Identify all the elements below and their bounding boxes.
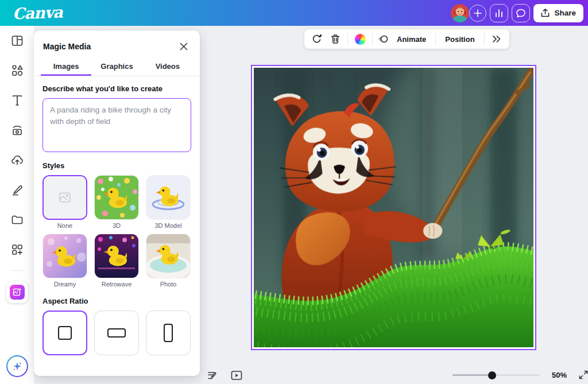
zoom-slider-thumb[interactable] (488, 371, 496, 379)
add-member-button[interactable] (469, 5, 486, 22)
present-icon[interactable] (229, 367, 245, 383)
style-option-none[interactable]: None (42, 175, 87, 229)
toolbar-divider (347, 33, 348, 45)
prompt-label: Describe what you'd like to create (42, 84, 191, 93)
panel-title: Magic Media (43, 42, 91, 51)
toolbar-divider (372, 33, 373, 45)
portrait-ratio-icon (164, 324, 173, 342)
selected-image[interactable] (251, 65, 536, 350)
share-button[interactable]: Share (533, 4, 583, 22)
style-option-3d[interactable]: 3D (94, 175, 139, 229)
more-options-icon[interactable] (489, 31, 505, 47)
square-ratio-icon (58, 326, 72, 340)
avatar[interactable] (451, 4, 469, 22)
position-button[interactable]: Position (440, 35, 479, 44)
uploads-icon[interactable] (6, 149, 29, 172)
aspect-square-button[interactable] (42, 311, 87, 355)
style-option-dreamy[interactable]: Dreamy (42, 234, 87, 288)
color-picker-icon[interactable] (352, 31, 368, 47)
elements-icon[interactable] (6, 59, 29, 82)
styles-heading: Styles (42, 161, 191, 170)
regenerate-icon[interactable] (309, 31, 325, 47)
design-icon[interactable] (6, 29, 29, 52)
document-controls (204, 367, 245, 383)
brand-icon[interactable] (6, 119, 29, 142)
text-icon[interactable] (6, 89, 29, 112)
red-panda-artwork (254, 68, 533, 347)
magic-media-app-icon[interactable] (6, 281, 28, 303)
aspect-ratio-heading: Aspect Ratio (42, 297, 191, 305)
upload-icon (541, 9, 550, 18)
style-option-photo[interactable]: Photo (146, 234, 191, 288)
animate-icon[interactable] (377, 31, 389, 47)
magic-media-panel: Magic Media Images Graphics Videos Descr… (34, 30, 200, 376)
animate-button[interactable]: Animate (392, 35, 431, 44)
top-bar: Canva Share (0, 0, 588, 26)
media-type-tabs: Images Graphics Videos (34, 58, 200, 76)
toolbar-divider (435, 33, 436, 45)
aspect-portrait-button[interactable] (146, 311, 191, 355)
notes-icon[interactable] (204, 367, 220, 383)
zoom-controls: 50% (452, 368, 588, 382)
share-label: Share (554, 9, 576, 17)
aspect-ratio-group (42, 311, 191, 355)
style-option-3d-model[interactable]: 3D Model (146, 175, 191, 229)
object-toolbar: Animate Position (304, 29, 509, 49)
projects-icon[interactable] (6, 208, 29, 231)
tab-graphics[interactable]: Graphics (91, 58, 142, 76)
tab-images[interactable]: Images (41, 58, 91, 76)
canva-assistant-button[interactable] (6, 355, 28, 377)
insights-button[interactable] (490, 4, 508, 22)
zoom-slider[interactable] (452, 369, 540, 381)
toolbar-divider (484, 33, 485, 45)
canva-logo[interactable]: Canva (12, 3, 63, 22)
tab-videos[interactable]: Videos (142, 58, 193, 76)
close-icon[interactable] (177, 40, 191, 53)
style-grid: None 3D (42, 175, 191, 288)
landscape-ratio-icon (107, 328, 126, 338)
aspect-landscape-button[interactable] (94, 311, 139, 355)
fullscreen-icon[interactable] (577, 368, 588, 382)
prompt-input[interactable] (42, 98, 191, 152)
delete-icon[interactable] (327, 31, 343, 47)
left-rail (0, 26, 34, 384)
draw-icon[interactable] (6, 179, 29, 201)
zoom-percent[interactable]: 50% (549, 371, 570, 379)
rail-divider (10, 270, 25, 271)
comments-button[interactable] (512, 4, 530, 22)
style-option-retrowave[interactable]: Retrowave (94, 234, 139, 288)
canva-editor: Canva Share (0, 0, 588, 384)
apps-icon[interactable] (6, 238, 29, 261)
